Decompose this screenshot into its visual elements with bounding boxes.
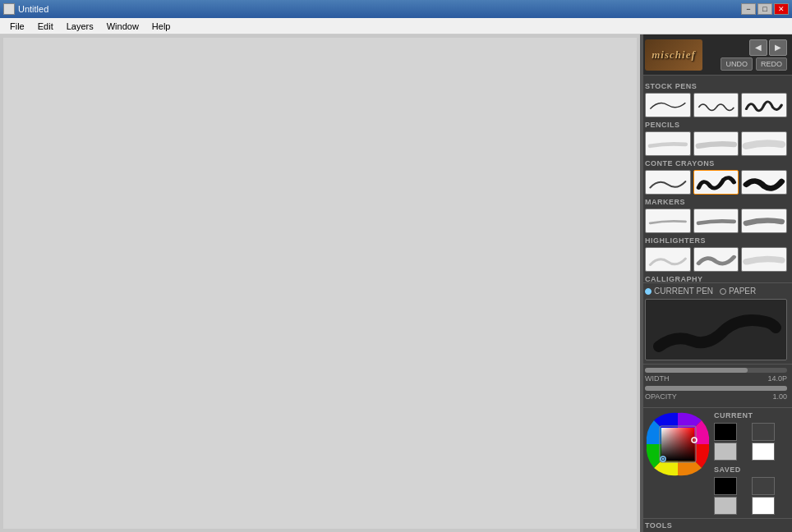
restore-button[interactable]: □: [757, 3, 772, 15]
hl-thumb-1[interactable]: [645, 247, 691, 272]
marker-thumb-2[interactable]: [693, 209, 739, 233]
width-label: WIDTH: [645, 374, 670, 383]
hl-thumb-3[interactable]: [741, 247, 787, 272]
markers-label: MARKERS: [645, 198, 787, 206]
pen-preview[interactable]: [645, 299, 787, 360]
opacity-slider-fill: [645, 386, 787, 391]
conte-crayons-label: CONTE CRAYONS: [645, 159, 787, 167]
swatch-current-2[interactable]: [752, 423, 775, 441]
current-pen-tabs: CURRENT PEN PAPER: [645, 287, 787, 296]
undo-redo-area: UNDO REDO: [721, 57, 787, 71]
redo-button[interactable]: REDO: [756, 57, 787, 71]
conte-thumb-2[interactable]: [693, 170, 739, 195]
opacity-value: 1.00: [772, 392, 787, 401]
color-area: CURRENT SAVED: [640, 407, 792, 518]
slider-area: WIDTH 14.0P OPACITY 1.00: [640, 364, 792, 407]
opacity-label: OPACITY: [645, 392, 677, 401]
marker-thumb-3[interactable]: [741, 209, 787, 233]
hl-thumb-2[interactable]: [693, 247, 739, 272]
canvas-inner[interactable]: [3, 38, 637, 529]
pencils-label: PENCILS: [645, 121, 787, 129]
nav-left-button[interactable]: ◀: [749, 39, 767, 56]
stock-pens-row: [645, 93, 787, 117]
svg-point-11: [662, 458, 665, 461]
markers-row: [645, 209, 787, 233]
current-pen-dot: [645, 288, 652, 295]
calligraphy-label: CALLIGRAPHY: [645, 275, 787, 282]
swatch-saved-2[interactable]: [752, 477, 775, 495]
swatch-current-1[interactable]: [714, 423, 737, 441]
app-icon: [3, 3, 15, 15]
color-wheel-container[interactable]: [645, 411, 711, 477]
menu-bar: File Edit Layers Window Help: [0, 18, 792, 34]
close-button[interactable]: ✕: [774, 3, 789, 15]
pen-sections: STOCK PENS PE: [640, 76, 792, 282]
width-slider-track[interactable]: [645, 368, 787, 373]
pen-thumb-1[interactable]: [645, 93, 691, 117]
file-menu[interactable]: File: [3, 20, 31, 33]
pencil-thumb-2[interactable]: [693, 131, 739, 156]
nav-right-button[interactable]: ▶: [769, 39, 787, 56]
conte-thumb-3[interactable]: [741, 170, 787, 195]
pencils-row: [645, 131, 787, 156]
svg-point-9: [693, 439, 696, 442]
current-swatches-label: CURRENT: [714, 411, 787, 420]
paper-label: PAPER: [729, 287, 756, 296]
window-menu[interactable]: Window: [100, 20, 145, 33]
toolbar-right-buttons: ◀ ▶ UNDO REDO: [721, 39, 787, 71]
pencil-thumb-1[interactable]: [645, 131, 691, 156]
title-bar: Untitled − □ ✕: [0, 0, 792, 18]
pen-thumb-3[interactable]: [741, 93, 787, 117]
saved-swatch-grid: [714, 477, 787, 515]
conte-crayons-row: [645, 170, 787, 195]
opacity-slider-track[interactable]: [645, 386, 787, 391]
pen-thumb-2[interactable]: [693, 93, 739, 117]
width-value: 14.0P: [767, 374, 787, 383]
marker-thumb-1[interactable]: [645, 209, 691, 233]
layers-menu[interactable]: Layers: [60, 20, 100, 33]
panel-toolbar: mischief ◀ ▶ UNDO REDO: [640, 34, 792, 76]
swatch-saved-4[interactable]: [752, 497, 775, 515]
edit-menu[interactable]: Edit: [31, 20, 60, 33]
swatch-saved-1[interactable]: [714, 477, 737, 495]
resize-handle[interactable]: [640, 34, 643, 532]
minimize-button[interactable]: −: [741, 3, 756, 15]
swatch-current-3[interactable]: [714, 443, 737, 461]
highlighters-row: [645, 247, 787, 272]
stock-pens-label: STOCK PENS: [645, 82, 787, 90]
current-pen-radio[interactable]: CURRENT PEN: [645, 287, 713, 296]
current-pen-label: CURRENT PEN: [654, 287, 713, 296]
paper-radio[interactable]: PAPER: [720, 287, 756, 296]
pencil-thumb-3[interactable]: [741, 131, 787, 156]
help-menu[interactable]: Help: [145, 20, 177, 33]
swatch-saved-3[interactable]: [714, 497, 737, 515]
svg-rect-7: [661, 428, 694, 461]
app-logo: mischief: [645, 39, 702, 71]
undo-button[interactable]: UNDO: [721, 57, 753, 71]
swatch-current-4[interactable]: [752, 443, 775, 461]
window-controls: − □ ✕: [741, 3, 789, 15]
conte-thumb-1[interactable]: [645, 170, 691, 195]
tools-section-label: TOOLS: [640, 518, 792, 532]
opacity-slider-row: OPACITY 1.00: [645, 386, 787, 401]
color-swatches: CURRENT SAVED: [714, 411, 787, 515]
saved-swatches-label: SAVED: [714, 466, 787, 474]
width-slider-row: WIDTH 14.0P: [645, 368, 787, 383]
current-swatch-grid: [714, 423, 787, 461]
window-title: Untitled: [18, 4, 741, 14]
right-panel: mischief ◀ ▶ UNDO REDO STOCK PENS: [640, 34, 792, 532]
highlighters-label: HIGHLIGHTERS: [645, 236, 787, 245]
app-body: mischief ◀ ▶ UNDO REDO STOCK PENS: [0, 34, 792, 532]
nav-arrows: ◀ ▶: [749, 39, 787, 56]
canvas-area[interactable]: [0, 34, 640, 532]
paper-dot: [720, 288, 726, 295]
current-pen-area: CURRENT PEN PAPER: [640, 282, 792, 364]
width-slider-fill: [645, 368, 748, 373]
